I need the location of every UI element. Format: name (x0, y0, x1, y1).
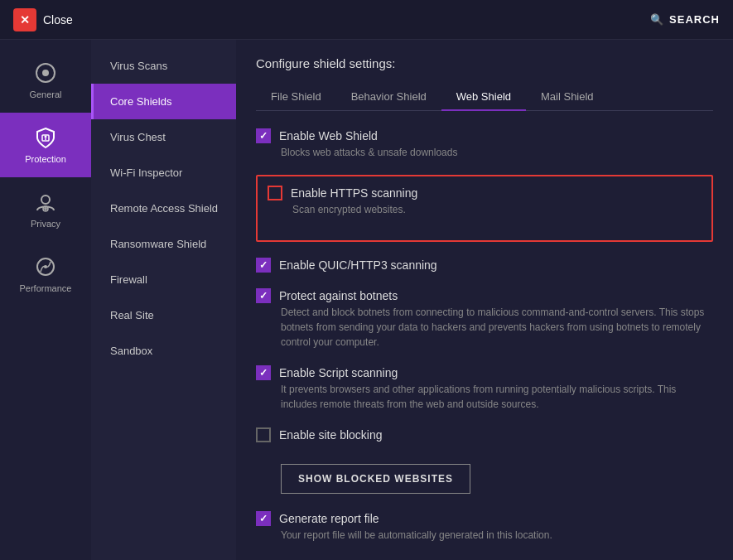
tab-file-shield[interactable]: File Shield (256, 84, 336, 111)
desc-protect-botnets: Detect and block botnets from connecting… (281, 305, 713, 350)
checkbox-enable-site-blocking[interactable] (256, 427, 271, 442)
desc-enable-https-scanning: Scan encrypted websites. (292, 202, 702, 217)
setting-generate-report: Generate report file Your report file wi… (256, 510, 713, 543)
sidebar-item-wifi-inspector[interactable]: Wi-Fi Inspector (91, 155, 236, 191)
show-blocked-websites-button[interactable]: SHOW BLOCKED WEBSITES (281, 464, 470, 494)
sidebar-item-remote-access-shield[interactable]: Remote Access Shield (91, 191, 236, 226)
content-area: Configure shield settings: File Shield B… (236, 40, 733, 560)
setting-protect-against-botnets: Protect against botnets Detect and block… (256, 287, 713, 350)
tab-mail-shield[interactable]: Mail Shield (526, 84, 609, 111)
performance-label: Performance (20, 283, 72, 293)
protection-label: Protection (25, 154, 66, 164)
general-icon (34, 61, 57, 84)
label-protect-botnets: Protect against botnets (279, 289, 398, 302)
content-title: Configure shield settings: (256, 56, 713, 70)
sidebar-icons: General Protection Privacy (0, 40, 91, 560)
setting-enable-quic-http3: Enable QUIC/HTTP3 scanning (256, 257, 713, 273)
performance-icon (34, 255, 57, 278)
label-enable-site-blocking: Enable site blocking (279, 428, 383, 442)
sidebar-item-virus-scans[interactable]: Virus Scans (91, 48, 236, 84)
sidebar-item-performance[interactable]: Performance (0, 242, 91, 307)
sidebar-item-ransomware-shield[interactable]: Ransomware Shield (91, 226, 236, 262)
desc-enable-web-shield: Blocks web attacks & unsafe downloads (281, 145, 713, 160)
privacy-icon (34, 191, 57, 214)
setting-enable-web-shield: Enable Web Shield Blocks web attacks & u… (256, 128, 713, 160)
privacy-label: Privacy (31, 219, 60, 229)
svg-point-3 (45, 136, 47, 138)
sidebar-item-sandbox[interactable]: Sandbox (91, 333, 236, 369)
setting-enable-site-blocking: Enable site blocking (256, 427, 713, 442)
close-icon: ✕ (13, 8, 36, 31)
checkbox-enable-quic-http3[interactable] (256, 258, 271, 273)
general-label: General (29, 89, 61, 99)
protection-icon (34, 126, 57, 149)
sidebar-item-core-shields[interactable]: Core Shields (91, 84, 236, 119)
tab-web-shield[interactable]: Web Shield (441, 84, 526, 111)
sidebar-item-real-site[interactable]: Real Site (91, 297, 236, 333)
checkbox-enable-web-shield[interactable] (256, 128, 271, 143)
svg-point-1 (42, 70, 49, 76)
label-generate-report: Generate report file (279, 512, 379, 525)
close-label: Close (43, 13, 73, 27)
label-enable-web-shield: Enable Web Shield (279, 129, 378, 142)
setting-enable-script-scanning: Enable Script scanning It prevents brows… (256, 364, 713, 412)
checkbox-generate-report[interactable] (256, 511, 271, 526)
sidebar-item-firewall[interactable]: Firewall (91, 262, 236, 297)
label-enable-quic-http3: Enable QUIC/HTTP3 scanning (279, 258, 437, 272)
label-enable-https-scanning: Enable HTTPS scanning (291, 186, 417, 200)
sidebar-item-general[interactable]: General (0, 48, 91, 113)
search-button[interactable]: 🔍 SEARCH (650, 13, 720, 26)
sidebar-item-virus-chest[interactable]: Virus Chest (91, 119, 236, 155)
desc-generate-report: Your report file will be automatically g… (281, 528, 713, 543)
close-button[interactable]: ✕ Close (13, 8, 73, 31)
sidebar-nav: Virus Scans Core Shields Virus Chest Wi-… (91, 40, 236, 560)
setting-enable-https-scanning: Enable HTTPS scanning Scan encrypted web… (268, 185, 702, 217)
svg-point-10 (44, 265, 47, 268)
label-enable-script-scanning: Enable Script scanning (279, 366, 398, 379)
tabs: File Shield Behavior Shield Web Shield M… (256, 84, 713, 111)
sidebar-item-privacy[interactable]: Privacy (0, 177, 91, 242)
checkbox-enable-script-scanning[interactable] (256, 365, 271, 380)
search-icon: 🔍 (650, 13, 664, 26)
svg-point-5 (41, 196, 50, 204)
sidebar-item-protection[interactable]: Protection (0, 113, 91, 177)
desc-enable-script-scanning: It prevents browsers and other applicati… (281, 382, 713, 412)
search-label: SEARCH (669, 13, 720, 26)
tab-behavior-shield[interactable]: Behavior Shield (336, 84, 441, 111)
checkbox-protect-botnets[interactable] (256, 288, 271, 303)
main-layout: General Protection Privacy (0, 40, 733, 560)
top-bar: ✕ Close 🔍 SEARCH (0, 0, 733, 40)
https-scanning-highlight: Enable HTTPS scanning Scan encrypted web… (256, 175, 713, 242)
checkbox-enable-https-scanning[interactable] (268, 186, 282, 200)
